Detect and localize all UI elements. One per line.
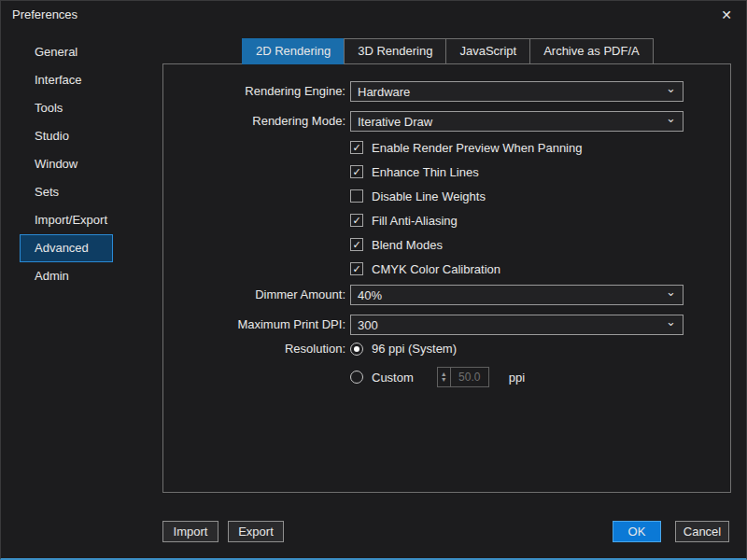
check-icon: ✓ <box>352 240 360 250</box>
sidebar-item-window[interactable]: Window <box>20 150 113 178</box>
import-button[interactable]: Import <box>162 521 218 542</box>
ppi-unit-label: ppi <box>509 371 525 385</box>
rendering-engine-dropdown[interactable]: Hardware ⌄ <box>350 81 684 102</box>
close-icon[interactable]: ✕ <box>716 5 737 25</box>
chevron-down-icon: ⌄ <box>666 317 676 327</box>
checkbox-label: CMYK Color Calibration <box>372 262 500 276</box>
resolution-label: Resolution: <box>163 342 345 357</box>
checkbox-label: Enable Render Preview When Panning <box>372 141 582 155</box>
tab-javascript[interactable]: JavaScript <box>445 38 530 64</box>
sidebar-item-tools[interactable]: Tools <box>20 94 113 122</box>
export-button[interactable]: Export <box>228 521 284 542</box>
preferences-sidebar: General Interface Tools Studio Window Se… <box>20 38 113 290</box>
sidebar-item-sets[interactable]: Sets <box>20 178 113 206</box>
checkbox-label: Blend Modes <box>372 238 443 252</box>
checkbox-box: ✓ <box>350 141 363 154</box>
settings-panel: Rendering Engine: Hardware ⌄ Rendering M… <box>162 63 731 493</box>
cancel-button[interactable]: Cancel <box>675 521 729 542</box>
check-icon: ✓ <box>352 143 360 153</box>
radio-custom-ppi[interactable]: Custom ▲ ▼ 50.0 ppi <box>350 367 525 387</box>
sidebar-item-interface[interactable]: Interface <box>20 66 113 94</box>
chevron-down-icon: ⌄ <box>666 114 676 123</box>
rendering-tabs: 2D Rendering 3D Rendering JavaScript Arc… <box>242 38 654 64</box>
rendering-engine-label: Rendering Engine: <box>163 81 345 102</box>
tab-archive-pdfa[interactable]: Archive as PDF/A <box>529 38 654 64</box>
dropdown-value: Iterative Draw <box>358 115 666 129</box>
max-print-dpi-label: Maximum Print DPI: <box>163 315 345 335</box>
rendering-mode-dropdown[interactable]: Iterative Draw ⌄ <box>350 111 684 132</box>
checkbox-box: ✓ <box>350 262 363 275</box>
window-title: Preferences <box>12 7 78 21</box>
checkbox-enable-render-preview[interactable]: ✓ Enable Render Preview When Panning <box>350 140 582 155</box>
custom-ppi-spinner[interactable]: ▲ ▼ 50.0 <box>437 367 489 387</box>
checkbox-label: Enhance Thin Lines <box>372 165 479 179</box>
check-icon: ✓ <box>352 264 360 274</box>
radio-96-ppi-system[interactable]: 96 ppi (System) <box>350 342 457 356</box>
sidebar-item-general[interactable]: General <box>20 38 113 66</box>
spinner-arrows[interactable]: ▲ ▼ <box>438 368 451 386</box>
checkbox-label: Disable Line Weights <box>372 189 486 203</box>
spin-down-icon[interactable]: ▼ <box>441 377 447 383</box>
checkbox-cmyk-color-calibration[interactable]: ✓ CMYK Color Calibration <box>350 261 500 276</box>
dropdown-value: 300 <box>358 318 666 332</box>
checkbox-label: Fill Anti-Aliasing <box>372 214 458 228</box>
dimmer-amount-label: Dimmer Amount: <box>163 285 345 305</box>
sidebar-item-import-export[interactable]: Import/Export <box>20 206 113 234</box>
dropdown-value: Hardware <box>358 85 666 99</box>
rendering-mode-label: Rendering Mode: <box>163 111 345 132</box>
checkbox-enhance-thin-lines[interactable]: ✓ Enhance Thin Lines <box>350 164 479 179</box>
checkbox-fill-anti-aliasing[interactable]: ✓ Fill Anti-Aliasing <box>350 213 458 228</box>
sidebar-item-studio[interactable]: Studio <box>20 122 113 150</box>
radio-circle <box>350 371 363 384</box>
radio-circle <box>350 343 363 356</box>
chevron-down-icon: ⌄ <box>666 287 676 297</box>
sidebar-item-advanced[interactable]: Advanced <box>20 234 113 262</box>
checkbox-box: ✓ <box>350 238 363 251</box>
max-print-dpi-dropdown[interactable]: 300 ⌄ <box>350 315 684 335</box>
custom-ppi-value: 50.0 <box>451 368 488 386</box>
chevron-down-icon: ⌄ <box>666 84 676 93</box>
dropdown-value: 40% <box>358 288 666 302</box>
checkbox-disable-line-weights[interactable]: ✓ Disable Line Weights <box>350 189 486 203</box>
checkbox-box: ✓ <box>350 165 363 178</box>
tab-2d-rendering[interactable]: 2D Rendering <box>242 38 345 64</box>
ok-button[interactable]: OK <box>613 521 661 542</box>
check-icon: ✓ <box>352 167 360 177</box>
preferences-dialog: Preferences ✕ General Interface Tools St… <box>0 0 747 560</box>
sidebar-item-admin[interactable]: Admin <box>20 262 113 290</box>
radio-label: 96 ppi (System) <box>372 342 457 356</box>
checkbox-box: ✓ <box>350 189 363 203</box>
tab-3d-rendering[interactable]: 3D Rendering <box>344 38 446 64</box>
radio-label: Custom <box>372 371 414 385</box>
checkbox-blend-modes[interactable]: ✓ Blend Modes <box>350 237 443 252</box>
title-bar: Preferences ✕ <box>1 1 746 27</box>
checkbox-box: ✓ <box>350 214 363 227</box>
dimmer-amount-dropdown[interactable]: 40% ⌄ <box>350 285 684 305</box>
check-icon: ✓ <box>352 216 360 226</box>
